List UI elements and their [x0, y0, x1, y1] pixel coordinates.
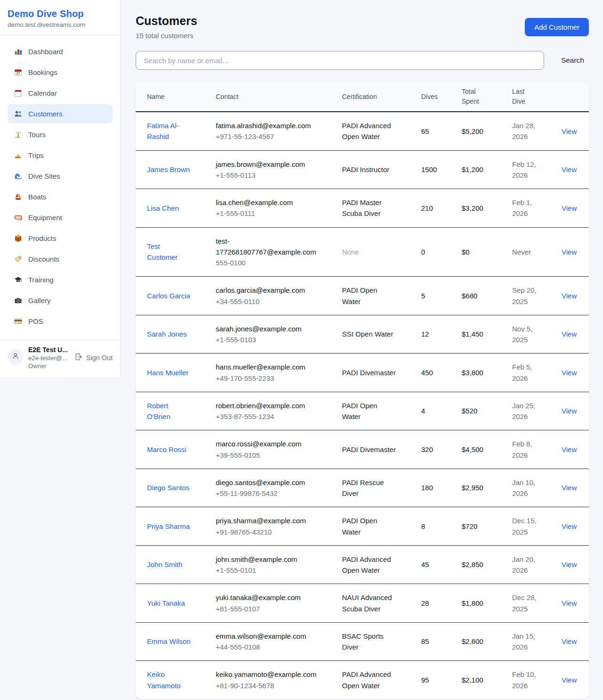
customer-phone: 555-0100 — [216, 257, 317, 268]
view-customer-link[interactable]: View — [562, 560, 577, 568]
cell-contact: sarah.jones@example.com +1-555-0103 — [204, 315, 331, 354]
view-customer-link[interactable]: View — [562, 522, 577, 530]
cell-total-spent: $2,850 — [450, 545, 501, 584]
cell-name: Robert O'Brien — [136, 392, 204, 430]
cell-contact: carlos.garcia@example.com +34-555-0110 — [204, 277, 331, 315]
sign-out-button[interactable]: Sign Out — [74, 353, 113, 362]
sidebar-item-products[interactable]: Products — [8, 229, 113, 247]
view-customer-link[interactable]: View — [562, 127, 577, 135]
sidebar-item-dive-sites[interactable]: Dive Sites — [8, 166, 113, 185]
sidebar-item-equipment[interactable]: Equipment — [8, 208, 113, 227]
customer-phone: +971-55-123-4567 — [216, 131, 317, 142]
user-role: Owner — [28, 362, 70, 370]
cell-name: James Brown — [136, 150, 204, 189]
bookings-calendar-icon: 17 — [13, 67, 23, 77]
customer-certification: PADI Open Water — [342, 286, 377, 305]
sidebar-item-training[interactable]: Training — [8, 270, 113, 289]
view-customer-link[interactable]: View — [562, 330, 577, 338]
user-meta: E2E Test U... e2e-tester@... Owner — [28, 346, 70, 370]
table-row: James Brown james.brown@example.com +1-5… — [136, 150, 589, 189]
cell-action: View — [550, 622, 589, 661]
customer-name-link[interactable]: Sarah Jones — [147, 329, 187, 339]
customer-email: test-1772681807767@example.com — [216, 236, 317, 258]
customer-certification: PADI Divemaster — [342, 445, 396, 453]
view-customer-link[interactable]: View — [562, 369, 577, 377]
customer-certification: PADI Master Scuba Diver — [342, 198, 382, 217]
customers-table: Name Contact Certification Dives Total S… — [136, 82, 589, 699]
speedboat-icon — [13, 150, 23, 160]
customer-name-link[interactable]: Emma Wilson — [147, 636, 191, 647]
cell-dives: 210 — [410, 189, 450, 228]
sidebar-item-gallery[interactable]: Gallery — [8, 291, 113, 310]
search-row: Search — [136, 51, 589, 70]
sidebar-item-label: Trips — [28, 151, 44, 159]
view-customer-link[interactable]: View — [562, 165, 577, 173]
view-customer-link[interactable]: View — [562, 204, 577, 212]
customer-name-link[interactable]: Test Customer — [147, 241, 192, 263]
customer-name-link[interactable]: Hans Mueller — [147, 367, 188, 378]
customer-name-link[interactable]: Marco Rossi — [147, 444, 186, 455]
sidebar-item-trips[interactable]: Trips — [8, 146, 113, 165]
cell-certification: PADI Rescue Diver — [331, 469, 410, 507]
sidebar-item-label: Dive Sites — [28, 172, 60, 180]
customer-name-link[interactable]: Lisa Chen — [147, 203, 179, 214]
customer-name-link[interactable]: Priya Sharma — [147, 521, 190, 532]
sidebar-item-label: Equipment — [28, 214, 62, 222]
search-button[interactable]: Search — [556, 52, 589, 68]
page-header: Customers 15 total customers Add Custome… — [136, 14, 589, 40]
sidebar-item-boats[interactable]: Boats — [8, 187, 113, 206]
view-customer-link[interactable]: View — [562, 292, 577, 300]
cell-certification: PADI Divemaster — [331, 430, 410, 469]
cell-contact: diego.santos@example.com +55-11-99876-54… — [204, 469, 331, 507]
cell-total-spent: $2,950 — [450, 469, 501, 507]
cell-certification: SSI Open Water — [331, 315, 410, 354]
customer-name-link[interactable]: Keiko Yamamoto — [147, 669, 192, 691]
sidebar-item-pos[interactable]: POS — [8, 312, 113, 330]
cell-contact: james.brown@example.com +1-555-0113 — [204, 150, 331, 189]
cell-certification: BSAC Sports Diver — [331, 622, 410, 661]
search-input[interactable] — [136, 51, 544, 70]
sidebar-item-label: Bookings — [28, 68, 57, 76]
sidebar-item-discounts[interactable]: Discounts — [8, 249, 113, 268]
cell-dives: 4 — [410, 392, 450, 430]
col-header-certification: Certification — [331, 82, 410, 112]
sidebar-item-bookings[interactable]: 17 Bookings — [8, 63, 113, 82]
customer-name-link[interactable]: Fatima Al-Rashid — [147, 120, 192, 142]
view-customer-link[interactable]: View — [562, 248, 577, 256]
view-customer-link[interactable]: View — [562, 676, 577, 684]
sidebar-nav: Dashboard 17 Bookings Calendar Customers… — [0, 35, 120, 340]
cell-dives: 65 — [410, 112, 450, 150]
table-row: Keiko Yamamoto keiko.yamamoto@example.co… — [136, 661, 589, 699]
col-header-contact: Contact — [204, 82, 331, 112]
cell-contact: robert.obrien@example.com +353-87-555-12… — [204, 392, 331, 430]
customer-name-link[interactable]: Robert O'Brien — [147, 400, 192, 422]
customer-name-link[interactable]: John Smith — [147, 559, 182, 570]
page-title-block: Customers 15 total customers — [136, 14, 197, 40]
add-customer-button[interactable]: Add Customer — [525, 18, 589, 36]
customer-name-link[interactable]: Yuki Tanaka — [147, 598, 185, 609]
view-customer-link[interactable]: View — [562, 445, 577, 453]
cell-action: View — [550, 354, 589, 392]
sidebar-item-tours[interactable]: Tours — [8, 125, 113, 144]
customer-phone: +1-555-0111 — [216, 208, 317, 219]
view-customer-link[interactable]: View — [562, 637, 577, 645]
cell-certification: PADI Open Water — [331, 277, 410, 315]
cell-action: View — [550, 469, 589, 507]
sidebar-item-label: Tours — [28, 131, 46, 139]
table-row: Robert O'Brien robert.obrien@example.com… — [136, 392, 589, 430]
view-customer-link[interactable]: View — [562, 484, 577, 492]
sidebar-item-customers[interactable]: Customers — [8, 104, 113, 123]
user-avatar-icon — [11, 352, 20, 362]
customer-name-link[interactable]: Diego Santos — [147, 482, 189, 493]
customer-phone: +55-11-99876-5432 — [216, 488, 317, 499]
sidebar-item-calendar[interactable]: Calendar — [8, 83, 113, 102]
cell-certification: PADI Advanced Open Water — [331, 661, 410, 699]
table-row: Lisa Chen lisa.chen@example.com +1-555-0… — [136, 189, 589, 228]
view-customer-link[interactable]: View — [562, 407, 577, 415]
view-customer-link[interactable]: View — [562, 599, 577, 607]
customer-email: john.smith@example.com — [216, 554, 317, 565]
sidebar-item-dashboard[interactable]: Dashboard — [8, 42, 113, 61]
customer-name-link[interactable]: Carlos Garcia — [147, 290, 190, 301]
customer-name-link[interactable]: James Brown — [147, 164, 190, 175]
cell-last-dive: Jan 28, 2026 — [501, 112, 550, 150]
